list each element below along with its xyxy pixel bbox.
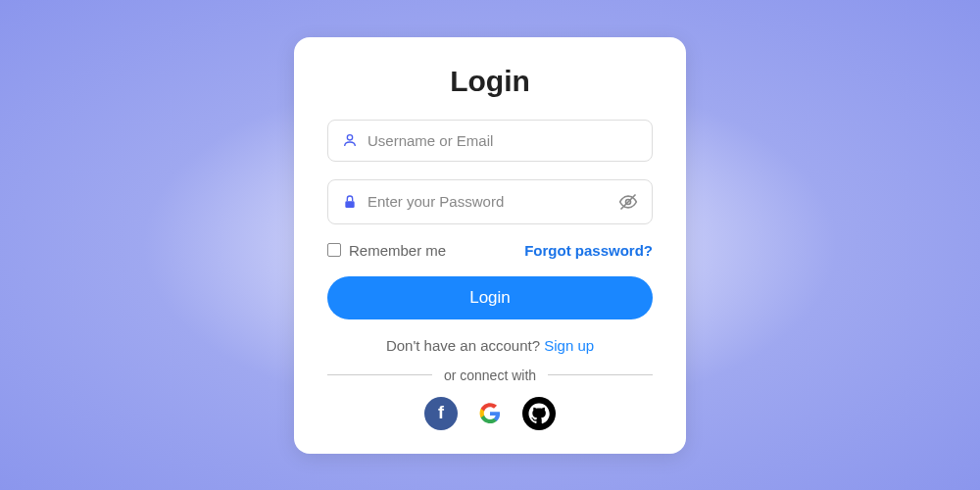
divider-line [548,374,653,375]
signup-prompt: Don't have an account? Sign up [327,337,653,354]
github-icon[interactable] [522,397,556,430]
divider: or connect with [327,368,653,383]
remember-me[interactable]: Remember me [327,242,446,259]
social-buttons: f [327,397,653,430]
lock-icon [342,194,358,210]
eye-off-icon[interactable] [618,192,638,212]
page-title: Login [327,65,653,98]
signup-link[interactable]: Sign up [544,337,594,354]
remember-checkbox[interactable] [327,243,341,257]
forgot-password-link[interactable]: Forgot password? [524,242,653,259]
login-button[interactable]: Login [327,276,653,319]
password-group [327,179,653,224]
connect-label: or connect with [444,368,536,383]
user-icon [342,132,358,148]
login-card: Login Remember me Forgot password? Login… [294,37,686,454]
options-row: Remember me Forgot password? [327,242,653,259]
username-group [327,120,653,162]
facebook-icon[interactable]: f [424,397,458,430]
google-icon[interactable] [473,397,507,430]
svg-point-0 [347,135,352,140]
remember-label: Remember me [349,242,446,259]
divider-line [327,374,432,375]
username-input[interactable] [368,132,638,149]
password-input[interactable] [368,193,609,210]
svg-rect-1 [345,201,354,208]
